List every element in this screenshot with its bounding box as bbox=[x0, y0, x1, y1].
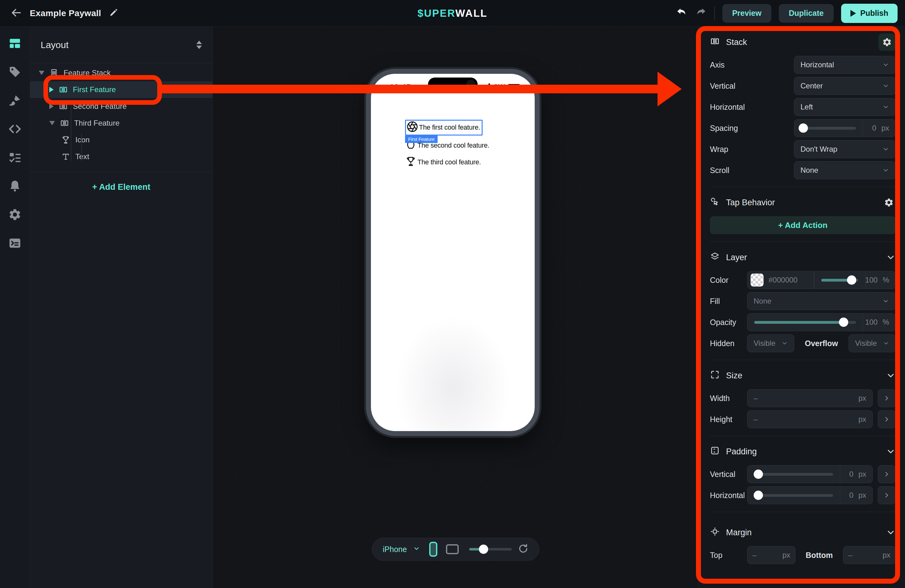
rail-bell-button[interactable] bbox=[4, 176, 26, 197]
chevron-down-icon[interactable] bbox=[413, 545, 420, 553]
status-time: 12:45 bbox=[389, 83, 411, 92]
padding-vertical-value[interactable]: 0 bbox=[849, 470, 853, 478]
margin-bottom-input[interactable]: – bbox=[848, 551, 852, 559]
tree-item-text[interactable]: Text bbox=[30, 148, 213, 165]
padding-horizontal-knob[interactable] bbox=[754, 491, 763, 500]
rail-settings-button[interactable] bbox=[4, 204, 26, 226]
color-hex-value[interactable]: #000000 bbox=[768, 276, 797, 284]
spacing-slider[interactable] bbox=[801, 127, 856, 130]
rail-code-button[interactable] bbox=[4, 118, 26, 140]
caret-down-icon[interactable] bbox=[39, 71, 44, 75]
code-icon bbox=[8, 122, 22, 137]
zoom-slider[interactable] bbox=[469, 548, 512, 550]
tree-item-second-feature[interactable]: Second Feature bbox=[30, 98, 213, 115]
width-input[interactable]: – bbox=[754, 394, 758, 402]
undo-button[interactable] bbox=[676, 7, 687, 19]
spacing-row: Spacing 0px bbox=[710, 119, 896, 137]
play-icon bbox=[850, 10, 856, 17]
landscape-toggle[interactable] bbox=[446, 544, 459, 554]
width-row: Width –px bbox=[710, 389, 896, 407]
rail-terminal-button[interactable] bbox=[4, 233, 26, 254]
color-alpha-value[interactable]: 100 bbox=[865, 276, 878, 284]
preview-button[interactable]: Preview bbox=[722, 4, 772, 23]
fill-dropdown[interactable]: None bbox=[747, 292, 896, 310]
top-bar: Example Paywall $UPERWALL Previe bbox=[0, 0, 905, 27]
duplicate-button[interactable]: Duplicate bbox=[779, 4, 834, 23]
tree-guide-line bbox=[81, 133, 82, 162]
scroll-dropdown[interactable]: None bbox=[794, 161, 896, 179]
opacity-value[interactable]: 100 bbox=[865, 318, 878, 327]
add-action-button[interactable]: + Add Action bbox=[710, 216, 896, 234]
height-expand-button[interactable] bbox=[878, 410, 896, 428]
stack-settings-button[interactable] bbox=[878, 33, 896, 51]
stack-vertical-icon bbox=[59, 85, 68, 94]
tap-settings-button[interactable] bbox=[882, 196, 896, 209]
color-alpha-slider[interactable] bbox=[821, 279, 859, 281]
padding-horizontal-slider[interactable] bbox=[754, 494, 833, 497]
tree-item-first-feature[interactable]: First Feature bbox=[30, 81, 213, 98]
rail-layout-button[interactable] bbox=[4, 33, 26, 55]
aperture-icon bbox=[406, 121, 418, 134]
paywall-title: Example Paywall bbox=[30, 8, 101, 18]
color-swatch[interactable] bbox=[751, 273, 764, 286]
caret-right-icon[interactable] bbox=[49, 87, 54, 92]
width-expand-button[interactable] bbox=[878, 389, 896, 407]
redo-button[interactable] bbox=[695, 7, 707, 19]
tree-item-feature-stack[interactable]: Feature Stack bbox=[30, 65, 213, 81]
hidden-dropdown[interactable]: Visible bbox=[747, 334, 794, 352]
sort-icon[interactable] bbox=[196, 41, 202, 49]
padding-horizontal-expand-button[interactable] bbox=[878, 486, 896, 504]
tree-item-third-feature[interactable]: Third Feature bbox=[30, 115, 213, 132]
vertical-align-dropdown[interactable]: Center bbox=[794, 77, 896, 95]
rename-button[interactable] bbox=[109, 8, 118, 18]
spacing-value[interactable]: 0 bbox=[872, 124, 876, 132]
rail-tag-button[interactable] bbox=[4, 61, 26, 83]
overflow-dropdown[interactable]: Visible bbox=[849, 334, 896, 352]
feature-row-first[interactable]: The first cool feature. First Feature bbox=[405, 120, 483, 135]
opacity-slider-knob[interactable] bbox=[839, 318, 848, 327]
zoom-slider-knob[interactable] bbox=[479, 545, 488, 554]
text-icon bbox=[61, 152, 70, 161]
refresh-button[interactable] bbox=[518, 544, 529, 555]
trophy-icon bbox=[405, 156, 416, 169]
padding-icon bbox=[710, 446, 720, 458]
back-button[interactable] bbox=[11, 7, 22, 19]
add-element-button[interactable]: + Add Element bbox=[30, 172, 213, 202]
wrap-dropdown[interactable]: Don't Wrap bbox=[794, 140, 896, 158]
collapse-margin-icon[interactable] bbox=[886, 528, 896, 537]
caret-right-icon[interactable] bbox=[49, 103, 54, 109]
caret-down-icon[interactable] bbox=[49, 121, 55, 125]
opacity-slider[interactable] bbox=[754, 321, 856, 324]
signal-icon bbox=[480, 83, 491, 92]
feature-row-third[interactable]: The third cool feature. bbox=[405, 156, 481, 169]
horizontal-align-dropdown[interactable]: Left bbox=[794, 98, 896, 116]
canvas: 12:45 SW The first bbox=[213, 27, 699, 588]
publish-button[interactable]: Publish bbox=[841, 4, 897, 23]
margin-top-input[interactable]: – bbox=[753, 551, 756, 559]
collapse-padding-icon[interactable] bbox=[886, 447, 896, 456]
collapse-size-icon[interactable] bbox=[886, 370, 896, 380]
margin-row: Top –px Bottom –px bbox=[710, 546, 896, 564]
axis-dropdown[interactable]: Horizontal bbox=[794, 56, 896, 74]
tree-guide-line bbox=[71, 99, 71, 161]
pencil-icon bbox=[109, 8, 118, 18]
padding-horizontal-row: Horizontal 0px bbox=[710, 486, 896, 504]
spacing-slider-knob[interactable] bbox=[799, 124, 808, 133]
layout-panel-title: Layout bbox=[41, 40, 68, 50]
redo-icon bbox=[695, 7, 707, 19]
padding-vertical-expand-button[interactable] bbox=[878, 465, 896, 483]
height-input[interactable]: – bbox=[754, 415, 758, 424]
height-row: Height –px bbox=[710, 410, 896, 428]
tree-item-icon[interactable]: Icon bbox=[30, 132, 213, 148]
padding-horizontal-value[interactable]: 0 bbox=[849, 491, 853, 500]
rail-checklist-button[interactable] bbox=[4, 147, 26, 169]
portrait-toggle[interactable] bbox=[429, 542, 437, 557]
rail-brush-button[interactable] bbox=[4, 90, 26, 112]
element-tree: Feature Stack First Feature Second Featu… bbox=[30, 65, 213, 165]
collapse-layer-icon[interactable] bbox=[886, 253, 896, 262]
device-select[interactable]: iPhone bbox=[383, 545, 407, 554]
checklist-icon bbox=[8, 151, 22, 165]
padding-vertical-slider[interactable] bbox=[754, 473, 833, 476]
color-alpha-knob[interactable] bbox=[847, 275, 856, 285]
padding-vertical-knob[interactable] bbox=[754, 470, 763, 479]
